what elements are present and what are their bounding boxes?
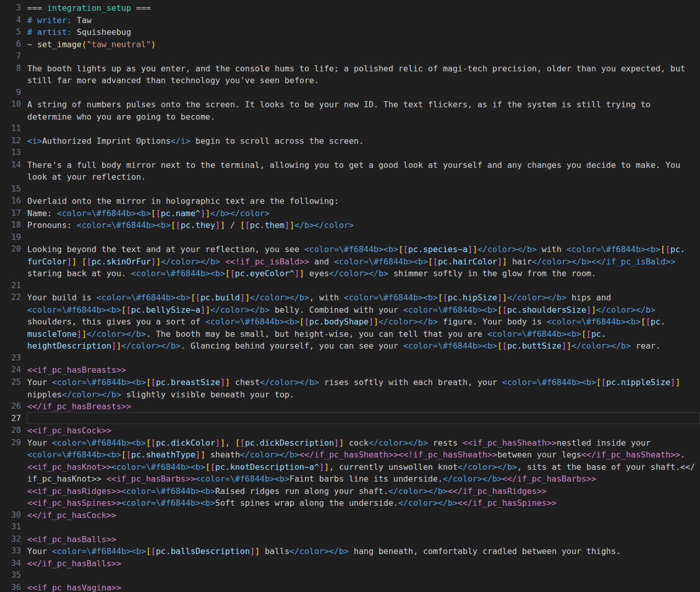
token-text: Taw (72, 15, 92, 25)
token-tag: </color></b> (260, 377, 319, 387)
code-row[interactable]: 9 (0, 86, 700, 99)
line-number: 36 (0, 581, 21, 592)
code-row[interactable]: 5# artist: Squisheebug (0, 26, 700, 38)
token-b1: [ (428, 257, 433, 266)
token-b2: [ (240, 438, 245, 448)
token-tag: <b> (626, 317, 641, 327)
code-row[interactable]: still far more advanced than technology … (0, 74, 700, 86)
token-tag: <b> (200, 486, 215, 496)
code-row[interactable]: 15 (0, 183, 700, 195)
code-row[interactable]: staring back at you. <color=\#f6844b><b>… (0, 267, 700, 279)
token-b2: [ (210, 462, 215, 472)
code-row[interactable]: <<if_pc_hasKnot>><color=\#f6844b><b>[[pc… (0, 461, 700, 473)
token-b1: ] (591, 305, 596, 315)
code-row[interactable]: 8The booth lights up as you enter, and t… (0, 62, 700, 74)
code-row[interactable]: <<if_pc_hasRidges>><color=\#f6844b><b>Ra… (0, 485, 700, 497)
code-row[interactable]: determine who you are going to become. (0, 110, 700, 123)
token-var: pc.dickColor (156, 438, 215, 448)
code-line-content (27, 50, 700, 62)
code-row[interactable]: 7 (0, 50, 700, 62)
code-row[interactable]: 35 (0, 569, 700, 581)
token-b2: ] (77, 329, 82, 339)
code-row[interactable]: 6~ set_image("taw_neutral") (0, 38, 700, 50)
code-row[interactable]: 20Looking beyond the text and at your re… (0, 243, 700, 255)
code-row[interactable]: 11 (0, 122, 700, 135)
code-row[interactable]: furColor]] [[pc.skinOrFur]]</color></b> … (0, 255, 700, 268)
code-row[interactable]: 25Your <color=\#f6844b><b>[[pc.breastSiz… (0, 376, 700, 388)
code-row-current[interactable]: 27 (0, 412, 700, 425)
token-b2: [ (245, 220, 250, 230)
code-row[interactable]: muscleTone]]</color></b>. The booth may … (0, 328, 700, 340)
token-var: pc.bodyShape (309, 317, 369, 327)
token-b1: [ (171, 220, 176, 230)
code-row[interactable]: 3=== integration_setup === (0, 2, 700, 14)
code-row[interactable]: look at your reflection. (0, 170, 700, 183)
code-row[interactable]: 19 (0, 231, 700, 243)
code-line-content (27, 122, 700, 135)
token-b1: [ (398, 244, 403, 254)
token-tag: </color></b> (379, 317, 438, 327)
code-row[interactable]: 13 (0, 146, 700, 159)
code-row[interactable]: 14There's a full body mirror next to the… (0, 159, 700, 171)
token-b1: [ (299, 317, 305, 327)
code-line-content: staring back at you. <color=\#f6844b><b>… (27, 267, 700, 279)
code-row[interactable]: 29Your <color=\#f6844b><b>[[pc.dickColor… (0, 436, 700, 449)
code-row[interactable]: 12<i>Authorized Imprint Options</i> begi… (0, 135, 700, 147)
token-text: . The booth may be small, but height-wis… (146, 329, 487, 339)
code-row[interactable]: 28<<if_pc_hasCock>> (0, 424, 700, 436)
code-editor[interactable]: 3=== integration_setup ===4# writer: Taw… (0, 0, 700, 592)
token-b2: ] (319, 462, 324, 472)
token-b2: ] (215, 220, 220, 230)
code-row[interactable]: heightDescription]]</color></b>. Glancin… (0, 339, 700, 352)
code-line-content: There's a full body mirror next to the t… (27, 159, 700, 171)
code-row[interactable]: 33Your <color=\#f6844b><b>[[pc.ballsDesc… (0, 545, 700, 557)
token-dir: <<if_pc_hasSheath>> (463, 438, 557, 448)
token-text: There's a full body mirror next to the t… (27, 160, 680, 170)
token-b2: ] (369, 317, 374, 327)
code-row[interactable]: 16Overlaid onto the mirror in holographi… (0, 195, 700, 207)
token-b2: [ (87, 257, 92, 266)
token-dir: <<if_pc_hasBreasts>> (27, 365, 126, 375)
line-number (0, 255, 21, 268)
token-text: if_pc_hasKnot>> (27, 474, 106, 484)
line-number: 27 (0, 412, 21, 425)
code-row[interactable]: 34<</if_pc_hasBalls>> (0, 557, 700, 569)
token-b2: ] (561, 341, 566, 351)
code-row[interactable]: nipples</color></b> slightly visible ben… (0, 388, 700, 400)
line-number (0, 472, 21, 485)
token-var: pc.nippleSize (606, 377, 670, 387)
token-tag: <color=\#f6844b> (52, 438, 131, 448)
code-row[interactable]: <color=\#f6844b><b>[[pc.bellySize~a]]</c… (0, 303, 700, 316)
code-row[interactable]: <<if_pc_hasSpines>><color=\#f6844b><b>So… (0, 496, 700, 509)
code-line-content: <color=\#f6844b><b>[[pc.bellySize~a]]</c… (27, 303, 700, 316)
line-number: 26 (0, 400, 21, 412)
token-tag: <color=\#f6844b> (97, 293, 176, 302)
code-row[interactable]: 4# writer: Taw (0, 14, 700, 26)
code-row[interactable]: 24<<if_pc_hasBreasts>> (0, 364, 700, 376)
code-row[interactable]: 36<<if_pc_hasVagina>> (0, 581, 700, 592)
code-row[interactable]: 21 (0, 279, 700, 292)
code-row[interactable]: 17Name: <color=\#f6844b><b>[[pc.name^]]<… (0, 207, 700, 219)
token-tag: # artist: (27, 27, 72, 37)
code-row[interactable]: 30<</if_pc_hasCock>> (0, 509, 700, 521)
code-row[interactable]: 23 (0, 352, 700, 364)
code-line-content: ~ set_image("taw_neutral") (27, 38, 700, 50)
code-line-content: look at your reflection. (27, 170, 700, 183)
code-line-content: <<if_pc_hasBalls>> (27, 533, 700, 545)
code-row[interactable]: 26<</if_pc_hasBreasts>> (0, 400, 700, 412)
token-b1: [ (82, 257, 87, 266)
code-row[interactable]: 22Your build is <color=\#f6844b><b>[[pc.… (0, 291, 700, 303)
code-row[interactable]: if_pc_hasKnot>> <<if_pc_hasBarbs>><color… (0, 472, 700, 485)
token-tag: <color=\#f6844b> (52, 377, 131, 387)
token-text: cock (344, 438, 369, 448)
code-line-content (27, 183, 700, 195)
code-row[interactable]: 32<<if_pc_hasBalls>> (0, 533, 700, 545)
code-row[interactable]: shoulders, this gives you a sort of <col… (0, 315, 700, 328)
token-tag: </b></color> (294, 220, 354, 230)
code-row[interactable]: <color=\#f6844b><b>[[pc.sheathType]] she… (0, 448, 700, 461)
code-row[interactable]: 10A string of numbers pulses onto the sc… (0, 98, 700, 110)
code-row[interactable]: 18Pronouns: <color=\#f6844b><b>[[pc.they… (0, 219, 700, 231)
token-tag: </color></b> (369, 438, 428, 448)
code-row[interactable]: 31 (0, 521, 700, 533)
line-number: 6 (0, 38, 21, 50)
